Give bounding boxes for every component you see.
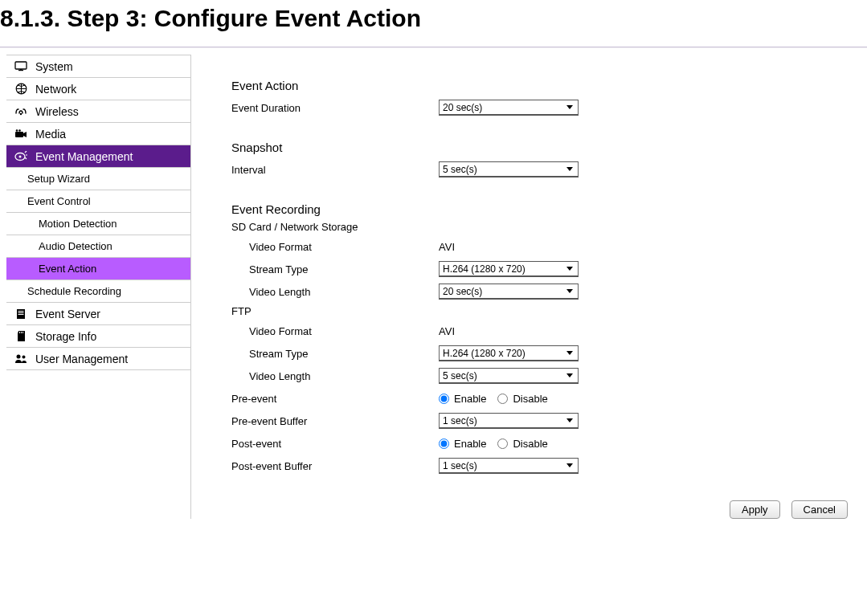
svg-rect-0 [15, 62, 27, 69]
svg-point-4 [20, 112, 22, 114]
header-divider [0, 47, 867, 48]
footer-buttons: Apply Cancel [231, 478, 867, 519]
camera-alert-icon [13, 151, 29, 161]
label-snapshot-interval: Interval [231, 164, 439, 176]
row-sd-stream-type: Stream Type H.264 (1280 x 720) [231, 259, 867, 279]
label-post-event-buffer: Post-event Buffer [231, 460, 439, 472]
sd-card-icon [13, 330, 29, 342]
select-ftp-stream-type[interactable]: H.264 (1280 x 720) [439, 345, 579, 361]
sidebar-sub-setup-wizard[interactable]: Setup Wizard [6, 168, 190, 190]
svg-rect-2 [20, 69, 22, 71]
select-pre-event-buffer[interactable]: 1 sec(s) [439, 413, 579, 429]
sidebar-sub-schedule-recording[interactable]: Schedule Recording [6, 280, 190, 303]
select-value: 5 sec(s) [443, 164, 477, 175]
row-ftp-video-format: Video Format AVI [231, 320, 867, 341]
server-icon [13, 308, 29, 320]
sidebar-sub-event-control[interactable]: Event Control [6, 190, 190, 213]
svg-rect-12 [18, 312, 24, 313]
monitor-icon [13, 61, 29, 72]
radio-pre-event-enable[interactable] [439, 394, 449, 404]
svg-point-9 [19, 156, 22, 158]
row-post-event: Post-event Enable Disable [231, 433, 867, 454]
sidebar-subsub-audio-detection[interactable]: Audio Detection [6, 235, 190, 258]
label-pre-event-buffer: Pre-event Buffer [231, 415, 439, 427]
row-pre-event: Pre-event Enable Disable [231, 388, 867, 409]
sidebar-item-label: Event Server [35, 308, 184, 320]
sidebar-item-network[interactable]: Network [6, 78, 190, 100]
value-ftp-video-format: AVI [439, 325, 455, 337]
sidebar-item-label: System [35, 60, 184, 73]
label-pre-event: Pre-event [231, 393, 439, 405]
select-snapshot-interval[interactable]: 5 sec(s) [439, 161, 579, 177]
sidebar-item-label: Media [35, 128, 184, 141]
svg-rect-15 [21, 332, 22, 333]
row-event-duration: Event Duration 20 sec(s) [231, 97, 867, 118]
sidebar-item-media[interactable]: Media [6, 123, 190, 145]
sidebar-item-storage-info[interactable]: Storage Info [6, 325, 190, 348]
select-value: H.264 (1280 x 720) [443, 263, 526, 275]
select-value: 5 sec(s) [443, 370, 477, 381]
select-post-event-buffer[interactable]: 1 sec(s) [439, 458, 579, 474]
select-ftp-video-length[interactable]: 5 sec(s) [439, 368, 579, 384]
sidebar-item-label: Wireless [35, 105, 184, 118]
label-ftp-video-length: Video Length [231, 370, 439, 382]
heading-ftp: FTP [231, 305, 867, 317]
radio-label-enable: Enable [454, 393, 486, 405]
sidebar-item-wireless[interactable]: Wireless [6, 100, 190, 123]
sidebar-item-label: User Management [35, 353, 184, 365]
section-event-recording-title: Event Recording [231, 202, 867, 216]
sidebar-item-label: Event Management [35, 150, 184, 163]
label-sd-video-length: Video Length [231, 286, 439, 298]
sidebar-subsub-label: Event Action [39, 263, 96, 275]
row-snapshot-interval: Interval 5 sec(s) [231, 159, 867, 180]
sidebar-sub-label: Schedule Recording [27, 285, 121, 297]
radio-group-post-event: Enable Disable [439, 438, 556, 450]
row-sd-video-format: Video Format AVI [231, 236, 867, 257]
select-event-duration[interactable]: 20 sec(s) [439, 100, 579, 116]
row-ftp-video-length: Video Length 5 sec(s) [231, 365, 867, 386]
svg-rect-11 [18, 311, 24, 312]
camera-icon [13, 129, 29, 139]
select-sd-stream-type[interactable]: H.264 (1280 x 720) [439, 261, 579, 277]
sidebar-subsub-event-action[interactable]: Event Action [6, 258, 190, 280]
svg-rect-16 [22, 332, 23, 333]
svg-point-6 [16, 129, 18, 132]
radio-post-event-enable[interactable] [439, 439, 449, 449]
section-event-action-title: Event Action [231, 79, 867, 92]
svg-rect-5 [15, 132, 23, 137]
apply-button[interactable]: Apply [730, 500, 780, 519]
select-value: 1 sec(s) [443, 460, 477, 471]
select-sd-video-length[interactable]: 20 sec(s) [439, 284, 579, 300]
row-pre-event-buffer: Pre-event Buffer 1 sec(s) [231, 410, 867, 431]
svg-point-7 [18, 129, 21, 132]
radio-label-disable: Disable [513, 393, 547, 405]
svg-point-18 [22, 356, 26, 359]
sidebar-item-user-management[interactable]: User Management [6, 348, 190, 370]
select-value: 20 sec(s) [443, 286, 482, 297]
sidebar-item-system[interactable]: System [6, 55, 190, 78]
sidebar-item-label: Storage Info [35, 330, 184, 343]
radio-post-event-disable[interactable] [497, 439, 508, 449]
sidebar-subsub-label: Audio Detection [39, 240, 112, 252]
select-value: 20 sec(s) [443, 102, 482, 113]
select-value: 1 sec(s) [443, 415, 477, 426]
select-value: H.264 (1280 x 720) [443, 348, 526, 359]
radio-pre-event-disable[interactable] [497, 394, 508, 404]
svg-rect-13 [18, 314, 24, 315]
sidebar-sub-label: Setup Wizard [27, 173, 90, 185]
sidebar-item-label: Network [35, 83, 184, 96]
sidebar-item-event-management[interactable]: Event Management [6, 145, 190, 168]
layout: System Network Wireless Media Event Mana [0, 55, 867, 519]
label-sd-stream-type: Stream Type [231, 263, 439, 275]
row-post-event-buffer: Post-event Buffer 1 sec(s) [231, 455, 867, 476]
sidebar-item-event-server[interactable]: Event Server [6, 303, 190, 325]
radio-label-disable: Disable [513, 438, 547, 450]
content: Event Action Event Duration 20 sec(s) Sn… [191, 55, 867, 519]
label-ftp-video-format: Video Format [231, 325, 439, 337]
sidebar-subsub-motion-detection[interactable]: Motion Detection [6, 213, 190, 235]
sidebar-subsub-label: Motion Detection [39, 218, 117, 230]
value-sd-video-format: AVI [439, 241, 455, 253]
cancel-button[interactable]: Cancel [791, 500, 848, 519]
page-heading: 8.1.3. Step 3: Configure Event Action [0, 0, 867, 47]
users-icon [13, 353, 29, 364]
